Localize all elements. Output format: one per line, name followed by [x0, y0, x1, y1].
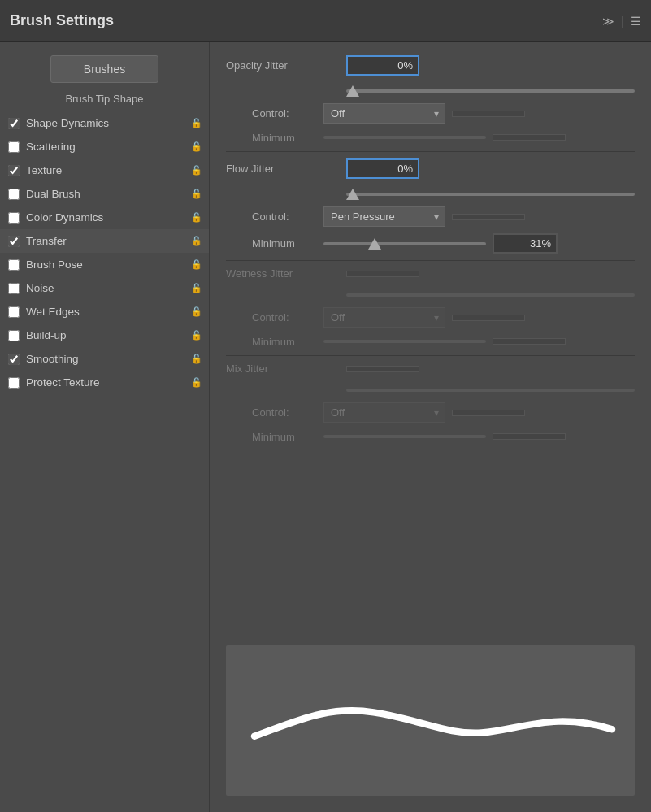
- sidebar-item-scattering[interactable]: Scattering🔓: [0, 135, 209, 158]
- more-icon[interactable]: ≫: [602, 15, 614, 28]
- mix-jitter-label: Mix Jitter: [226, 363, 340, 375]
- wetness-control-dropdown: Off: [323, 307, 445, 328]
- sidebar-section-label: Brush Tip Shape: [0, 93, 209, 105]
- checkbox-scattering[interactable]: [8, 141, 20, 153]
- sidebar-item-label-scattering: Scattering: [26, 141, 184, 153]
- mix-control-label: Control:: [252, 406, 317, 419]
- sidebar-item-label-protect-texture: Protect Texture: [26, 376, 184, 389]
- sidebar-item-label-shape-dynamics: Shape Dynamics: [26, 117, 184, 129]
- sidebar-item-noise[interactable]: Noise🔓: [0, 276, 209, 300]
- sidebar-item-transfer[interactable]: Transfer🔓: [0, 229, 209, 253]
- checkbox-build-up[interactable]: [8, 330, 20, 341]
- mix-control-select: Off: [323, 402, 445, 423]
- lock-icon-noise: 🔓: [191, 283, 202, 293]
- wetness-jitter-slider: [346, 288, 635, 302]
- lock-icon-protect-texture: 🔓: [191, 377, 202, 388]
- title-bar-icons: ≫ | ☰: [602, 15, 641, 28]
- sidebar-item-label-brush-pose: Brush Pose: [26, 258, 184, 271]
- sidebar-items-list: Shape Dynamics🔓Scattering🔓Texture🔓Dual B…: [0, 111, 209, 394]
- opacity-minimum-slider[interactable]: [323, 130, 486, 145]
- checkbox-smoothing[interactable]: [8, 354, 20, 365]
- lock-icon-transfer: 🔓: [191, 236, 202, 246]
- sidebar-item-wet-edges[interactable]: Wet Edges🔓: [0, 300, 209, 323]
- mix-control-row: Control: Off: [226, 402, 635, 423]
- wetness-control-value: [452, 315, 525, 321]
- lock-icon-brush-pose: 🔓: [191, 259, 202, 270]
- sidebar-item-label-color-dynamics: Color Dynamics: [26, 211, 184, 224]
- lock-icon-scattering: 🔓: [191, 141, 202, 152]
- checkbox-brush-pose[interactable]: [8, 259, 20, 271]
- checkbox-wet-edges[interactable]: [8, 306, 20, 318]
- checkbox-transfer[interactable]: [8, 236, 20, 247]
- flow-jitter-row: Flow Jitter: [226, 158, 635, 179]
- opacity-jitter-thumb[interactable]: [346, 85, 359, 97]
- flow-minimum-thumb[interactable]: [368, 238, 381, 250]
- sidebar-item-brush-pose[interactable]: Brush Pose🔓: [0, 253, 209, 276]
- brush-preview: [226, 645, 635, 796]
- mix-jitter-row: Mix Jitter: [226, 363, 635, 375]
- checkbox-color-dynamics[interactable]: [8, 212, 20, 224]
- divider-3: [226, 355, 635, 356]
- flow-control-select[interactable]: Off Fade Pen Pressure Pen Tilt Stylus Wh…: [323, 206, 445, 227]
- opacity-control-label: Control:: [252, 107, 317, 119]
- flow-minimum-row: Minimum: [226, 233, 635, 254]
- brushes-button[interactable]: Brushes: [50, 55, 158, 83]
- settings-panel: Opacity Jitter Control: Off Fade: [210, 42, 651, 637]
- flow-jitter-input[interactable]: [346, 158, 419, 179]
- wetness-control-label: Control:: [252, 311, 317, 323]
- lock-icon-build-up: 🔓: [191, 330, 202, 341]
- sidebar-item-label-texture: Texture: [26, 164, 184, 176]
- wetness-control-row: Control: Off: [226, 307, 635, 328]
- opacity-jitter-row: Opacity Jitter: [226, 55, 635, 76]
- wetness-jitter-slider-row: [226, 288, 635, 302]
- checkbox-shape-dynamics[interactable]: [8, 118, 20, 129]
- opacity-jitter-slider[interactable]: [346, 84, 635, 98]
- lock-icon-shape-dynamics: 🔓: [191, 118, 202, 128]
- flow-minimum-slider[interactable]: [323, 237, 486, 251]
- opacity-jitter-slider-row: [226, 84, 635, 98]
- lock-icon-wet-edges: 🔓: [191, 306, 202, 317]
- wetness-minimum-slider: [323, 334, 486, 349]
- lock-icon-smoothing: 🔓: [191, 354, 202, 364]
- flow-control-value: [452, 214, 525, 220]
- sidebar-item-shape-dynamics[interactable]: Shape Dynamics🔓: [0, 111, 209, 135]
- sidebar-item-smoothing[interactable]: Smoothing🔓: [0, 347, 209, 371]
- checkbox-dual-brush[interactable]: [8, 189, 20, 200]
- wetness-control-select: Off: [323, 307, 445, 328]
- sidebar-item-color-dynamics[interactable]: Color Dynamics🔓: [0, 206, 209, 229]
- wetness-minimum-value: [493, 338, 566, 345]
- wetness-jitter-label: Wetness Jitter: [226, 267, 340, 280]
- mix-minimum-value: [493, 433, 566, 440]
- lock-icon-texture: 🔓: [191, 165, 202, 176]
- flow-jitter-slider[interactable]: [346, 187, 635, 202]
- menu-icon[interactable]: ☰: [631, 15, 641, 28]
- sidebar-item-dual-brush[interactable]: Dual Brush🔓: [0, 182, 209, 206]
- mix-jitter-slider: [346, 383, 635, 397]
- brush-stroke-svg: [226, 645, 635, 796]
- checkbox-noise[interactable]: [8, 283, 20, 294]
- wetness-minimum-label: Minimum: [252, 336, 317, 348]
- opacity-jitter-input[interactable]: [346, 55, 419, 76]
- opacity-minimum-value: [493, 134, 566, 141]
- opacity-control-dropdown[interactable]: Off Fade Pen Pressure Pen Tilt Stylus Wh…: [323, 103, 445, 124]
- divider-1: [226, 151, 635, 152]
- divider-2: [226, 260, 635, 261]
- flow-minimum-input[interactable]: [493, 233, 558, 254]
- mix-control-dropdown: Off: [323, 402, 445, 423]
- mix-minimum-row: Minimum: [226, 429, 635, 444]
- sidebar-item-build-up[interactable]: Build-up🔓: [0, 323, 209, 347]
- opacity-control-value: [452, 111, 525, 117]
- checkbox-texture[interactable]: [8, 165, 20, 176]
- sidebar-item-label-smoothing: Smoothing: [26, 353, 184, 365]
- sidebar-item-protect-texture[interactable]: Protect Texture🔓: [0, 371, 209, 394]
- sidebar-item-label-wet-edges: Wet Edges: [26, 306, 184, 318]
- opacity-control-select[interactable]: Off Fade Pen Pressure Pen Tilt Stylus Wh…: [323, 103, 445, 124]
- wetness-minimum-row: Minimum: [226, 334, 635, 349]
- flow-jitter-thumb[interactable]: [346, 189, 359, 200]
- opacity-jitter-label: Opacity Jitter: [226, 59, 340, 72]
- wetness-jitter-row: Wetness Jitter: [226, 267, 635, 280]
- checkbox-protect-texture[interactable]: [8, 377, 20, 389]
- sidebar-item-label-transfer: Transfer: [26, 235, 184, 247]
- flow-control-dropdown[interactable]: Off Fade Pen Pressure Pen Tilt Stylus Wh…: [323, 206, 445, 227]
- sidebar-item-texture[interactable]: Texture🔓: [0, 158, 209, 182]
